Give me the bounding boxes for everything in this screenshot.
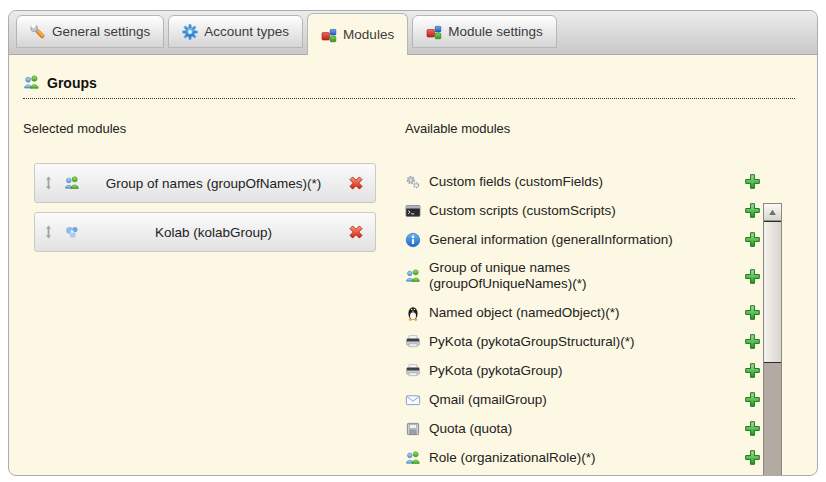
available-module-label: Named object (namedObject)(*) [429,305,736,321]
available-modules-heading: Available modules [405,121,761,137]
available-module-row: Named object (namedObject)(*) [405,304,761,321]
available-module-label: PyKota (pykotaGroup) [429,363,736,379]
modules-tab-content: Groups Selected modules Group of names (… [9,55,817,475]
available-module-label: Group of unique names (groupOfUniqueName… [429,260,736,292]
tab-general-settings[interactable]: General settings [16,15,164,48]
tab-module-settings[interactable]: Module settings [412,15,557,48]
available-module-row: PyKota (pykotaGroup) [405,362,761,379]
selected-module-row[interactable]: Group of names (groupOfNames)(*) [34,163,376,203]
drag-handle-icon[interactable] [44,176,53,190]
group-icon [405,450,421,466]
selected-module-label: Kolab (kolabGroup) [80,225,347,240]
tab-label: Account types [204,24,289,39]
available-module-label: General information (generalInformation) [429,232,736,248]
groups-section-title: Groups [47,75,97,91]
mail-icon [405,392,421,408]
selected-modules-list: Group of names (groupOfNames)(*)Kolab (k… [23,163,383,252]
available-module-label: PyKota (pykotaGroupStructural)(*) [429,334,736,350]
gears-icon [405,174,421,190]
quota-icon [405,421,421,437]
add-module-button[interactable] [744,173,761,190]
tab-modules[interactable]: Modules [307,13,408,55]
add-module-button[interactable] [744,231,761,248]
kolab-icon [64,224,80,240]
settings-window: General settingsAccount typesModulesModu… [8,10,818,476]
available-module-row: Qmail (qmailGroup) [405,391,761,408]
group-icon [23,74,40,91]
available-module-row: Group of unique names (groupOfUniqueName… [405,260,761,292]
group-icon [64,175,80,191]
remove-module-button[interactable] [347,174,365,192]
add-module-button[interactable] [744,268,761,285]
info-icon [405,232,421,248]
module-columns: Selected modules Group of names (groupOf… [23,121,761,476]
triangle-up-icon [768,208,777,217]
printer-icon [405,334,421,350]
remove-module-button[interactable] [347,223,365,241]
available-module-row: Custom scripts (customScripts) [405,202,761,219]
terminal-icon [405,203,421,219]
tab-bar: General settingsAccount typesModulesModu… [9,11,817,55]
available-module-row: PyKota (pykotaGroupStructural)(*) [405,333,761,350]
modules-icon [426,24,442,40]
selected-module-row[interactable]: Kolab (kolabGroup) [34,212,376,252]
selected-modules-heading: Selected modules [23,121,383,137]
available-modules-list: Custom fields (customFields)Custom scrip… [405,173,761,466]
scroll-up-button[interactable] [764,204,781,221]
selected-module-label: Group of names (groupOfNames)(*) [80,176,347,191]
penguin-icon [405,305,421,321]
tab-label: General settings [52,24,150,39]
available-module-label: Custom fields (customFields) [429,174,736,190]
drag-handle-icon[interactable] [44,225,53,239]
available-module-row: Role (organizationalRole)(*) [405,449,761,466]
add-module-button[interactable] [744,449,761,466]
tab-label: Modules [343,27,394,42]
scrollbar-thumb[interactable] [764,221,781,363]
available-module-label: Role (organizationalRole)(*) [429,450,736,466]
group-icon [405,268,421,284]
available-module-label: Quota (quota) [429,421,736,437]
tab-account-types[interactable]: Account types [168,15,303,48]
available-module-row: General information (generalInformation) [405,231,761,248]
wrench-icon [30,24,46,40]
printer-icon [405,363,421,379]
available-modules-scrollbar[interactable] [763,203,782,476]
available-module-row: Custom fields (customFields) [405,173,761,190]
add-module-button[interactable] [744,391,761,408]
add-module-button[interactable] [744,333,761,350]
available-module-label: Qmail (qmailGroup) [429,392,736,408]
gear-icon [182,24,198,40]
tab-label: Module settings [448,24,543,39]
add-module-button[interactable] [744,304,761,321]
add-module-button[interactable] [744,420,761,437]
available-module-row: Quota (quota) [405,420,761,437]
add-module-button[interactable] [744,202,761,219]
groups-section-heading: Groups [23,74,795,99]
available-modules-column: Available modules Custom fields (customF… [405,121,761,476]
available-module-label: Custom scripts (customScripts) [429,203,736,219]
modules-icon [321,27,337,43]
selected-modules-column: Selected modules Group of names (groupOf… [23,121,383,476]
add-module-button[interactable] [744,362,761,379]
